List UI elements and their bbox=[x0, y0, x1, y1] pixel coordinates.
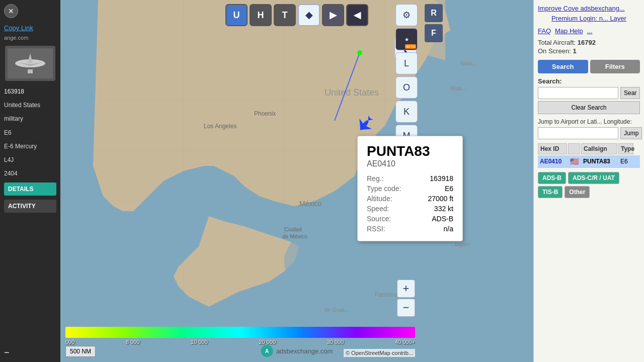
search-input[interactable] bbox=[538, 87, 618, 99]
svg-text:Phoenix: Phoenix bbox=[254, 110, 276, 117]
stats-section: Total Aircraft: 16792 On Screen: 1 bbox=[538, 39, 640, 56]
popup-hex: AE0410 bbox=[367, 159, 453, 168]
zoom-in-btn[interactable]: + bbox=[397, 280, 415, 298]
scale-indicator: 500 NM bbox=[65, 346, 96, 357]
alt-label-0: 000 bbox=[65, 339, 74, 345]
map-container[interactable]: United States Phoenix Los Angeles México… bbox=[60, 0, 533, 362]
popup-source-row: Source: ADS-B bbox=[367, 214, 453, 224]
alt-label-4: 30 000 bbox=[327, 339, 344, 345]
svg-text:...ington: ...ington bbox=[450, 241, 470, 247]
ads-b-btn[interactable]: ADS-B bbox=[538, 172, 566, 184]
activity-button[interactable]: ACTIVITY bbox=[4, 200, 56, 213]
popup-alt-row: Altitude: 27000 ft bbox=[367, 194, 453, 204]
svg-text:Los Angeles: Los Angeles bbox=[204, 123, 236, 130]
filters-btn[interactable]: Filters bbox=[590, 60, 640, 73]
col-type[interactable]: Type bbox=[618, 143, 633, 154]
details-button[interactable]: DETAILS bbox=[4, 183, 56, 196]
more-link[interactable]: ... bbox=[587, 27, 593, 35]
popup-alt-val: 27000 ft bbox=[428, 195, 453, 203]
popup-speed-row: Speed: 332 kt bbox=[367, 204, 453, 214]
ads-c-btn[interactable]: ADS-C/R / UAT bbox=[568, 172, 619, 184]
svg-text:Ciudad: Ciudad bbox=[284, 226, 302, 232]
col-callsign[interactable]: Callsign bbox=[581, 143, 617, 154]
svg-text:de México: de México bbox=[282, 233, 307, 239]
popup-alt-label: Altitude: bbox=[367, 195, 392, 203]
action-buttons: Search Filters bbox=[538, 60, 640, 73]
popup-rssi-label: RSSI: bbox=[367, 225, 385, 233]
popup-type-row: Type code: E6 bbox=[367, 184, 453, 194]
faq-link[interactable]: FAQ bbox=[538, 27, 551, 35]
aircraft-table-row[interactable]: AE0410 🇺🇸 PUNTA83 E6 bbox=[538, 155, 640, 168]
svg-text:México: México bbox=[299, 200, 322, 208]
svg-text:United States: United States bbox=[325, 87, 379, 98]
other-btn[interactable]: Other bbox=[565, 186, 590, 198]
altitude-bar: 000 8 000 10 000 20 000 30 000 40 000+ bbox=[65, 327, 415, 338]
on-screen-label: On Screen: bbox=[538, 47, 571, 55]
search-go-btn[interactable]: Sear bbox=[620, 87, 640, 99]
sidebar-type-code: E6 bbox=[0, 126, 60, 140]
search-row: Sear bbox=[538, 87, 640, 99]
source-row-1: ADS-B ADS-C/R / UAT bbox=[538, 172, 640, 184]
btn-layers[interactable]: ◆ bbox=[298, 4, 320, 26]
copy-link[interactable]: Copy Link bbox=[0, 22, 60, 34]
premium-link[interactable]: Premium Login: n... Layer bbox=[538, 14, 640, 23]
btn-f[interactable]: F bbox=[425, 24, 443, 42]
btn-next[interactable]: ▶ bbox=[322, 4, 344, 26]
total-aircraft-row: Total Aircraft: 16792 bbox=[538, 39, 640, 46]
total-aircraft-val: 16792 bbox=[578, 39, 596, 46]
popup-rssi-val: n/a bbox=[444, 225, 453, 233]
aircraft-callsign[interactable]: PUNTA83 bbox=[581, 157, 617, 166]
aircraft-hex[interactable]: AE0410 bbox=[538, 157, 567, 166]
zoom-out-btn[interactable]: − bbox=[397, 299, 415, 317]
attr-text: adsbexchange.com bbox=[276, 347, 333, 355]
tis-b-btn[interactable]: TIS-B bbox=[538, 186, 562, 198]
sidebar-reg: 163918 bbox=[0, 85, 60, 99]
alt-label-5: 40 000+ bbox=[395, 339, 415, 345]
on-screen-row: On Screen: 1 bbox=[538, 47, 640, 55]
aircraft-flag: 🇺🇸 bbox=[568, 156, 580, 166]
nav-links: FAQ Map Help ... bbox=[538, 27, 640, 35]
search-section: Search: Sear Clear Search bbox=[538, 77, 640, 114]
popup-speed-label: Speed: bbox=[367, 205, 389, 213]
map-help-link[interactable]: Map Help bbox=[555, 27, 583, 35]
zoom-controls: + − bbox=[397, 280, 415, 317]
jump-section: Jump to Airport or Lati... Longitude: Ju… bbox=[538, 118, 640, 139]
btn-r[interactable]: R bbox=[425, 4, 443, 22]
aircraft-popup: PUNTA83 AE0410 Reg.: 163918 Type code: E… bbox=[357, 136, 463, 241]
btn-u[interactable]: U bbox=[225, 4, 248, 26]
ctrl-o[interactable]: O bbox=[395, 76, 418, 99]
source-filters: ADS-B ADS-C/R / UAT TIS-B Other bbox=[538, 172, 640, 200]
popup-callsign: PUNTA83 bbox=[367, 143, 453, 159]
search-tab-btn[interactable]: Search bbox=[538, 60, 588, 73]
jump-btn[interactable]: Jump bbox=[620, 127, 642, 139]
btn-h[interactable]: H bbox=[250, 4, 272, 26]
jump-input[interactable] bbox=[538, 127, 618, 139]
btn-prev[interactable]: ◀ bbox=[346, 4, 368, 26]
sidebar-category: military bbox=[0, 112, 60, 126]
table-headers: Hex ID Callsign Type bbox=[538, 143, 640, 154]
altitude-gradient bbox=[65, 327, 415, 338]
svg-text:Was...: Was... bbox=[450, 85, 467, 92]
sidebar-country: United States bbox=[0, 99, 60, 112]
clear-search-btn[interactable]: Clear Search bbox=[538, 101, 640, 114]
btn-t[interactable]: T bbox=[274, 4, 296, 26]
popup-source-val: ADS-B bbox=[432, 215, 453, 223]
ctrl-k[interactable]: K bbox=[395, 101, 418, 123]
sidebar-minimize[interactable]: − bbox=[4, 347, 60, 358]
alt-label-2: 10 000 bbox=[191, 339, 208, 345]
sidebar-name: E-6 Mercury bbox=[0, 140, 60, 153]
ctrl-gear[interactable]: ⚙ bbox=[395, 4, 418, 26]
alpha-buttons: R F bbox=[425, 4, 443, 42]
improve-link[interactable]: Improve Cove adsbexchang... bbox=[538, 4, 640, 13]
total-aircraft-label: Total Aircraft: bbox=[538, 39, 576, 46]
right-panel: Improve Cove adsbexchang... Premium Logi… bbox=[533, 0, 644, 362]
search-label: Search: bbox=[538, 77, 640, 85]
col-hex-id[interactable]: Hex ID bbox=[538, 143, 567, 154]
altitude-labels: 000 8 000 10 000 20 000 30 000 40 000+ bbox=[65, 339, 415, 345]
alt-label-3: 20 000 bbox=[259, 339, 276, 345]
attribution: A adsbexchange.com bbox=[261, 345, 333, 357]
aircraft-thumbnail bbox=[5, 46, 55, 81]
ctrl-star-beta[interactable]: ★ BETA bbox=[395, 28, 418, 50]
close-button[interactable]: ✕ bbox=[4, 4, 18, 18]
ctrl-l[interactable]: L bbox=[395, 52, 418, 74]
